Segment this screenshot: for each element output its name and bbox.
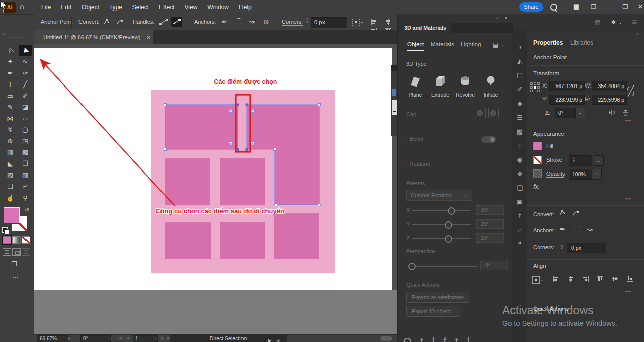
props-convert-smooth-icon[interactable] [572,209,580,216]
prev-artboard-icon[interactable]: ◀ [126,336,129,340]
opacity-field[interactable]: 100% [569,169,593,180]
props-align-left-icon[interactable] [552,275,559,282]
canvas[interactable]: Các điểm được chọn Công cụ chọn các điểm… [34,44,397,334]
y-field[interactable]: 228.9199 p [549,95,585,105]
artboards-panel-icon[interactable]: ▣ [512,198,527,206]
artwork-bottom-rect-2[interactable] [220,222,265,259]
align-to-chevron-icon[interactable]: ⌄ [360,20,364,24]
props-align-to-icon[interactable] [532,276,540,284]
tab-close-icon[interactable]: ✕ [146,35,150,40]
panel-collapse-icon[interactable]: « [496,16,499,21]
magic-wand-tool[interactable]: ✦ [4,56,17,67]
app-logo-icon[interactable]: Ai [3,2,16,13]
rotation-x-slider[interactable]: X 33° [406,206,505,214]
toolbar-grip[interactable] [9,37,25,38]
props-align-v-center-icon[interactable] [611,275,618,282]
document-layout-icon[interactable]: ❐ [586,0,601,13]
stroke-label[interactable]: Stroke [546,157,562,164]
rotation-section-header[interactable]: ⌄Rotation [403,161,430,167]
dock-collapse-icon[interactable]: » [636,31,639,36]
props-corners-label[interactable]: Corners: [533,244,554,251]
rotation-chevron-icon[interactable]: ⌄ [109,336,112,340]
paintbrush-tool[interactable]: ✐ [19,91,32,101]
props-add-anchor-icon[interactable]: ✒ [559,225,566,233]
props-corners-stepper[interactable]: ˄˅ [559,245,565,250]
status-prev-icon[interactable]: ◀ [276,337,279,342]
type-plane[interactable]: Plane [404,74,427,98]
arrange-documents-icon[interactable]: ▦ [569,0,584,13]
gradient-button[interactable] [12,236,21,244]
stack-chevron-icon[interactable]: ⌄ [502,43,505,47]
first-artboard-icon[interactable]: |◀ [118,336,122,340]
brushes-panel-icon[interactable]: ✐ [512,86,527,93]
color-guide-panel-icon[interactable]: ◭ [512,57,527,65]
artwork-bottom-rect-1[interactable] [165,222,211,259]
corner-anchor-icon[interactable]: ↝ [249,18,255,26]
artwork-top-left-rect[interactable] [165,105,238,149]
props-align-top-icon[interactable] [597,275,604,282]
graphic-styles-panel-icon[interactable]: ❖ [512,170,527,178]
menu-help[interactable]: Help [234,4,257,11]
remove-anchor-icon[interactable]: ⌒ [235,18,243,27]
artboard-chevron-icon[interactable]: ⌄ [155,336,158,340]
share-button[interactable]: Share [519,2,543,12]
gradient-panel-icon[interactable]: ▩ [512,128,527,135]
flip-horizontal-icon[interactable] [608,109,616,116]
status-next-icon[interactable]: ▶ [268,337,271,342]
align-to-selection-icon[interactable] [352,19,360,26]
gradient-tool[interactable]: ▩ [19,147,32,157]
artboard-number-field[interactable]: 1 [133,335,158,342]
opacity-options-icon[interactable]: › [592,169,602,180]
flyout-chevron-icon[interactable]: ⌄ [619,20,622,25]
cap-solid-button[interactable] [475,108,486,118]
corners-value-field[interactable]: 0 px [311,17,346,28]
props-align-h-center-icon[interactable] [567,275,574,282]
align-h-center-icon[interactable] [385,19,392,26]
export-3d-button[interactable]: Export 3D object... [406,306,460,317]
restore-button[interactable]: ❐ [618,0,633,13]
scrollbar-thumb[interactable] [380,336,392,341]
menu-view[interactable]: View [180,4,203,11]
transparency-panel-icon[interactable]: ◌ [512,142,527,149]
props-corner-anchor-icon[interactable]: ↝ [587,225,593,233]
symbol-sprayer-tool[interactable]: ❐ [19,158,32,169]
edit-toolbar-icon[interactable]: ⋯ [12,274,19,281]
opacity-label[interactable]: Opacity [546,170,565,178]
none-button[interactable] [22,236,30,244]
pencil-tool[interactable]: ✎ [4,102,17,112]
symbols-panel-icon[interactable]: ♣ [512,100,527,107]
rectangle-tool[interactable]: ▭ [4,91,17,101]
menu-file[interactable]: File [36,4,56,11]
type-inflate[interactable]: Inflate [479,74,502,98]
appearance-more-icon[interactable]: ⋯ [625,195,632,202]
corners-label[interactable]: Corners: [282,19,303,26]
panel-tab-3d-materials[interactable]: 3D and Materials [399,23,451,33]
panel-close-icon[interactable]: ✕ [504,16,508,21]
align-left-icon[interactable] [370,19,377,26]
artboard-tool[interactable]: ❏ [4,181,17,192]
draw-behind-icon[interactable] [12,248,21,256]
free-transform-tool[interactable]: ▢ [19,124,32,135]
artwork-mid-rect-2[interactable] [220,158,265,205]
props-corners-field[interactable]: 0 px [567,243,605,253]
stroke-swatch-small[interactable] [533,156,542,164]
globe-icon[interactable]: ⊕ [263,18,269,26]
asset-export-panel-icon[interactable]: ↥ [512,212,527,220]
props-align-bottom-icon[interactable] [626,275,633,282]
lasso-tool[interactable]: ∿ [19,56,32,67]
w-field[interactable]: 354.4004 p [592,81,627,91]
materials-stack-icon[interactable]: ▤ [493,41,498,48]
comments-panel-icon[interactable]: ❝ [512,240,527,248]
eraser-tool[interactable]: ◪ [19,102,32,112]
hand-tool[interactable]: ☝ [4,193,17,203]
perspective-grid-tool[interactable]: ◳ [19,136,32,146]
rotate-field[interactable]: 0° [555,108,577,118]
menu-effect[interactable]: Effect [154,4,179,11]
fx-button[interactable]: fx. [533,183,540,190]
panel-flyout-icon[interactable]: ❖ [611,19,616,26]
stroke-weight-field[interactable]: ˄˅ [569,155,592,166]
stroke-weight-chevron-icon[interactable]: ⌄ [594,155,604,166]
props-align-to-chevron-icon[interactable]: ⌄ [540,277,544,282]
menu-object[interactable]: Object [76,4,104,11]
color-panel-icon[interactable]: ◑ [512,43,527,51]
